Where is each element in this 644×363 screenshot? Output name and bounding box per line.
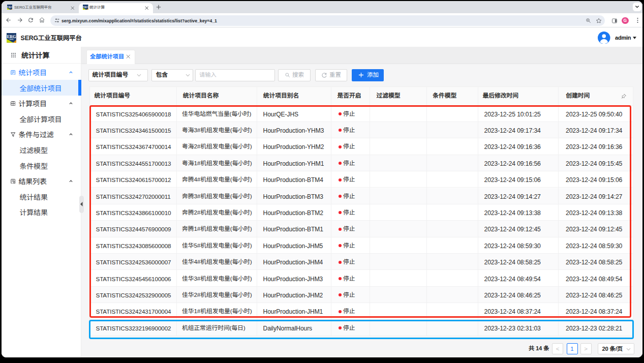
svg-text:ERG: ERG	[7, 35, 16, 39]
svg-text:ERG: ERG	[7, 5, 12, 8]
svg-text:ERG: ERG	[83, 5, 88, 8]
